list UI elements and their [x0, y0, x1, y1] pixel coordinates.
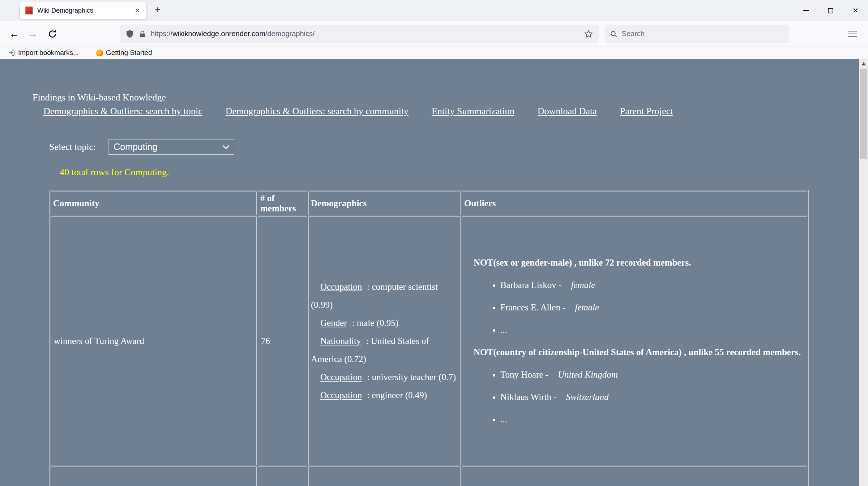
attribute-value: : engineer (0.49)	[367, 390, 427, 400]
import-icon	[8, 49, 15, 56]
bookmark-label: Getting Started	[106, 49, 152, 57]
back-button[interactable]: ←	[5, 21, 23, 47]
outlier-name: ...	[500, 414, 507, 424]
page-title: Findings in Wiki-based Knowledge	[33, 92, 854, 103]
attribute-value: : male (0.95)	[352, 318, 398, 328]
outlier-value: female	[575, 302, 599, 312]
bookmark-getting-started[interactable]: Getting Started	[96, 49, 152, 57]
outlier-item: Frances E. Allen -female	[500, 296, 803, 319]
outlier-item: Barbara Liskov -female	[500, 274, 803, 296]
attribute-link[interactable]: Occupation	[320, 282, 362, 292]
demographic-entry: Occupation: engineer (0.49)	[311, 386, 457, 404]
topic-label: Select topic:	[49, 142, 96, 152]
search-icon	[610, 30, 617, 38]
url-path: /demographics/	[265, 30, 315, 38]
nav-link-search-by-topic[interactable]: Demographics & Outliers: search by topic	[43, 106, 202, 117]
tab-bar: Wiki Demographics ✕ + ✕	[0, 0, 868, 21]
nav-link-entity-summarization[interactable]: Entity Summarization	[432, 106, 514, 117]
tab-close-icon[interactable]: ✕	[133, 6, 141, 15]
outlier-name: Frances E. Allen -	[500, 302, 566, 312]
outlier-item: Tony Hoare -United Kingdom	[500, 364, 803, 386]
bookmark-import[interactable]: Import bookmarks...	[8, 49, 79, 57]
tab-title: Wiki Demographics	[37, 7, 129, 14]
attribute-link[interactable]: Nationality	[320, 336, 361, 346]
outlier-value: Switzerland	[566, 392, 608, 402]
rows-summary: 40 total rows for Computing.	[60, 167, 854, 178]
table-row: winners of Turing Award 76 Occupation: c…	[51, 216, 807, 465]
url-protocol: https://	[151, 30, 172, 38]
page-content: Findings in Wiki-based Knowledge Demogra…	[0, 59, 868, 486]
community-cell	[51, 466, 257, 486]
bookmark-star-icon[interactable]	[584, 30, 593, 38]
scrollbar[interactable]	[859, 59, 868, 486]
browser-tab[interactable]: Wiki Demographics ✕	[20, 2, 146, 19]
outlier-item: ...	[500, 319, 803, 341]
minimize-button[interactable]	[793, 0, 818, 21]
lock-icon[interactable]	[138, 30, 146, 38]
url-text[interactable]: https://wikiknowledge.onrender.com/demog…	[151, 30, 315, 38]
header-community: Community	[51, 192, 257, 215]
outliers-cell	[462, 466, 807, 486]
topic-select[interactable]: Computing	[108, 139, 234, 155]
community-cell: winners of Turing Award	[51, 216, 257, 465]
firefox-icon	[96, 50, 103, 56]
demographic-entry: Occupation: computer scientist (0.99)	[311, 278, 457, 314]
outlier-group-heading: NOT(country of citizenship-United States…	[464, 341, 803, 364]
outlier-item: ...	[500, 408, 803, 431]
scrollbar-thumb[interactable]	[860, 69, 867, 159]
demographic-entry: Occupation: university teacher (0.7)	[311, 368, 457, 386]
nav-link-parent-project[interactable]: Parent Project	[620, 106, 673, 117]
demographic-entry: Gender: male (0.95)	[311, 314, 457, 332]
outlier-name: Barbara Liskov -	[500, 280, 561, 290]
header-members: # of members	[258, 192, 307, 215]
navigation-toolbar: ← → https://wikiknowledge.onrender.com/d…	[0, 21, 868, 47]
outlier-group-heading: NOT(sex or gender-male) , unlike 72 reco…	[464, 251, 803, 274]
arrow-up-icon	[861, 62, 866, 65]
maximize-icon	[828, 8, 833, 13]
nav-link-download-data[interactable]: Download Data	[538, 106, 597, 117]
page-nav: Demographics & Outliers: search by topic…	[43, 106, 854, 117]
shield-icon[interactable]	[125, 30, 134, 38]
members-cell: 76	[258, 216, 307, 465]
attribute-link[interactable]: Gender	[320, 318, 347, 328]
url-bar[interactable]: https://wikiknowledge.onrender.com/demog…	[120, 25, 599, 43]
outliers-cell: NOT(sex or gender-male) , unlike 72 reco…	[462, 216, 807, 465]
reload-icon	[48, 29, 57, 39]
header-outliers: Outliers	[462, 192, 807, 215]
minimize-icon	[803, 10, 809, 11]
outlier-name: Tony Hoare -	[500, 370, 548, 379]
attribute-value: : university teacher (0.7)	[367, 372, 456, 382]
outlier-value: United Kingdom	[558, 370, 618, 379]
outlier-name: Niklaus Wirth -	[500, 392, 556, 402]
bookmarks-bar: Import bookmarks... Getting Started	[0, 47, 868, 59]
search-input[interactable]	[621, 29, 784, 38]
new-tab-button[interactable]: +	[152, 3, 163, 16]
table-row	[51, 466, 807, 486]
menu-button[interactable]	[843, 21, 861, 47]
demographic-entry: Nationality: United States of America (0…	[311, 332, 457, 368]
reload-button[interactable]	[43, 21, 61, 47]
members-cell	[258, 466, 307, 486]
maximize-button[interactable]	[818, 0, 843, 21]
nav-link-search-by-community[interactable]: Demographics & Outliers: search by commu…	[226, 106, 409, 117]
chevron-down-icon	[222, 145, 230, 150]
close-icon: ✕	[852, 6, 859, 15]
outlier-item: Niklaus Wirth -Switzerland	[500, 386, 803, 408]
topic-select-value: Computing	[114, 142, 157, 152]
table-header-row: Community # of members Demographics Outl…	[51, 192, 807, 215]
window-controls: ✕	[793, 0, 868, 21]
url-domain: wikiknowledge.onrender.com	[172, 30, 265, 38]
results-table: Community # of members Demographics Outl…	[49, 190, 809, 486]
scroll-up-button[interactable]	[859, 59, 868, 68]
outlier-name: ...	[500, 325, 507, 335]
outlier-list: Barbara Liskov -female Frances E. Allen …	[464, 274, 803, 341]
attribute-link[interactable]: Occupation	[320, 372, 362, 382]
search-bar[interactable]	[605, 25, 789, 43]
outlier-list: Tony Hoare -United Kingdom Niklaus Wirth…	[464, 364, 803, 431]
demographics-cell: Occupation: computer scientist (0.99) Ge…	[308, 216, 461, 465]
header-demographics: Demographics	[308, 192, 461, 215]
site-favicon-icon	[25, 7, 33, 14]
close-button[interactable]: ✕	[843, 0, 868, 21]
forward-button[interactable]: →	[24, 21, 42, 47]
attribute-link[interactable]: Occupation	[320, 390, 362, 400]
